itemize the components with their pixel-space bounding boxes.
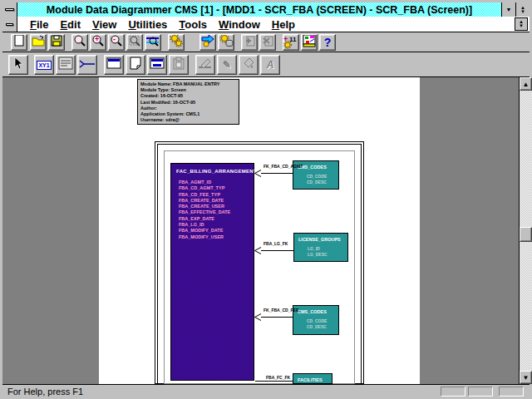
scroll-up-button[interactable]: ▲ <box>520 77 532 91</box>
entity-attribute: LG_DESC <box>308 252 347 258</box>
entity-attribute: FBA_MODIFY_USER <box>179 234 254 240</box>
crow-foot-icon <box>254 247 262 254</box>
zoom-region-button[interactable] <box>126 34 143 51</box>
entity-attribute: FBA_MODIFY_DATE <box>179 228 254 234</box>
module-info-line: Created: 16-OCT-95 <box>140 93 239 99</box>
fill-tool-button[interactable] <box>239 55 259 75</box>
entity-cms-codes-2[interactable]: CMS_CODES CD_CODE CD_DESC <box>293 305 339 335</box>
mdi-restore-button[interactable]: ▲▼ <box>515 17 528 31</box>
module-info-line: Last Modified: 16-OCT-95 <box>140 100 239 106</box>
pencil-tool-button[interactable]: ✎ <box>217 55 237 75</box>
paste-icon <box>172 57 185 73</box>
module-info-line: Module Type: Screen <box>140 87 239 93</box>
status-text: For Help, press F1 <box>2 387 83 397</box>
entity-facilities[interactable]: FACILITIES <box>293 373 332 384</box>
open-button[interactable] <box>30 34 47 51</box>
help-icon: ? <box>324 36 332 49</box>
relation-label[interactable]: FK_FBA_CD_FEE <box>264 308 298 313</box>
generate-button[interactable] <box>168 34 185 51</box>
status-panel-1 <box>441 387 466 397</box>
entity-license-groups[interactable]: LICENSE_GROUPS LG_ID LG_DESC <box>293 233 348 262</box>
entity-title: FACILITIES <box>298 377 332 382</box>
minimize-icon: ▼ <box>506 7 512 12</box>
module-info-box[interactable]: Module Name: FBA MANUAL ENTRYModule Type… <box>137 79 239 125</box>
pointer-tool-button[interactable] <box>8 55 28 75</box>
create-count-button[interactable]: + 11 <box>283 34 299 51</box>
scroll-thumb[interactable] <box>520 227 532 242</box>
add-item-button[interactable] <box>241 34 258 51</box>
menu-item[interactable]: Edit <box>60 18 81 31</box>
save-button[interactable] <box>48 34 65 51</box>
minimize-button[interactable]: ▼ <box>501 2 515 17</box>
system-menu-icon <box>5 8 14 11</box>
module-info-line: Application System: CMS,1 <box>140 111 239 117</box>
entity-fac-billing-arrangements[interactable]: FAC_BILLING_ARRANGEMENTS FBA_AGMT_IDFBA_… <box>170 163 254 381</box>
font-icon: A <box>267 59 274 71</box>
mdi-restore-icon: ▲▼ <box>519 20 524 28</box>
module-info-line: Author: <box>140 106 239 111</box>
window-filled-tool-button[interactable] <box>147 55 167 75</box>
relation-label[interactable]: FK_FBA_CD_AGMT <box>264 164 303 169</box>
entity-attribute: CD_DESC <box>307 324 338 330</box>
relation-line[interactable] <box>255 381 293 382</box>
relation-label[interactable]: FBA_FC_FK <box>266 375 290 380</box>
system-menu-button[interactable] <box>2 2 17 17</box>
entity-title: LICENSE_GROUPS <box>298 237 347 242</box>
relation-label[interactable]: FBA_LG_FK <box>264 241 288 246</box>
zoom-in-button[interactable]: + <box>90 34 106 51</box>
menu-item[interactable]: Utilities <box>128 18 167 31</box>
window-title: Module Data Diagrammer CMS [1] - [MDD1 -… <box>17 4 501 16</box>
menu-item[interactable]: View <box>92 18 116 31</box>
add-item-icon <box>244 35 256 50</box>
gear-database-icon <box>219 34 234 51</box>
menu-item[interactable]: Tools <box>179 18 207 31</box>
status-panel-2 <box>468 387 493 397</box>
restore-button[interactable]: ▲▼ <box>515 2 530 17</box>
mdi-system-menu-icon <box>6 23 13 26</box>
entity-attribute-list: CD_CODE CD_DESC <box>307 318 338 330</box>
text-block-tool-button[interactable] <box>56 55 76 75</box>
remove-item-button[interactable] <box>259 34 276 51</box>
entity-attribute: FBA_EFFECTIVE_DATE <box>179 209 254 215</box>
module-info-line: Module Name: FBA MANUAL ENTRY <box>140 81 239 87</box>
page-tool-button[interactable] <box>126 55 145 75</box>
paste-tool-button[interactable] <box>169 55 189 75</box>
gear-database-button[interactable] <box>218 34 234 51</box>
restore-icon: ▲▼ <box>520 6 525 14</box>
menu-item[interactable]: Help <box>272 18 295 31</box>
scroll-down-button[interactable]: ▼ <box>520 371 532 384</box>
zoom-pan-button[interactable] <box>145 34 161 51</box>
xy1-field-tool-button[interactable]: XY1 <box>34 55 54 75</box>
entity-attribute-list: FBA_AGMT_IDFBA_CD_AGMT_TYPFBA_CD_FEE_TYP… <box>179 180 254 240</box>
entity-attribute: FBA_CREATE_USER <box>179 204 254 209</box>
connector-icon <box>79 57 96 72</box>
window-tool-button[interactable] <box>104 55 124 75</box>
text-block-icon <box>58 57 73 73</box>
pencil-line-tool-button[interactable] <box>195 55 215 75</box>
autolayout-button[interactable] <box>301 34 318 51</box>
zoom-region-icon <box>128 34 141 51</box>
navigate-generate-button[interactable] <box>200 34 216 51</box>
menu-items: FileEditViewUtilitiesToolsWindowHelp <box>17 18 515 31</box>
new-button[interactable] <box>11 34 27 51</box>
help-button[interactable]: ? <box>319 34 336 51</box>
vertical-scrollbar[interactable]: ▲ ▼ <box>519 77 532 384</box>
zoom-actual-button[interactable] <box>71 34 88 51</box>
entity-attribute: CD_CODE <box>307 174 338 180</box>
window-filled-icon <box>150 57 165 72</box>
entity-title: CMS_CODES <box>298 165 338 170</box>
font-tool-button[interactable]: A <box>260 55 280 75</box>
connector-tool-button[interactable] <box>77 55 97 75</box>
entity-attribute: LG_ID <box>308 246 347 252</box>
menu-item[interactable]: File <box>30 18 48 31</box>
crow-foot-icon <box>254 313 262 321</box>
menu-item[interactable]: Window <box>219 18 260 31</box>
entity-title: CMS_CODES <box>298 309 338 314</box>
window-icon <box>106 57 121 72</box>
zoom-out-button[interactable]: - <box>108 34 125 51</box>
mdi-system-menu-button[interactable] <box>2 17 17 32</box>
scroll-down-icon: ▼ <box>523 374 530 382</box>
menu-bar: FileEditViewUtilitiesToolsWindowHelp ▲▼ <box>2 17 530 32</box>
zoom-actual-icon <box>73 34 86 51</box>
pencil-icon: ✎ <box>223 59 231 71</box>
